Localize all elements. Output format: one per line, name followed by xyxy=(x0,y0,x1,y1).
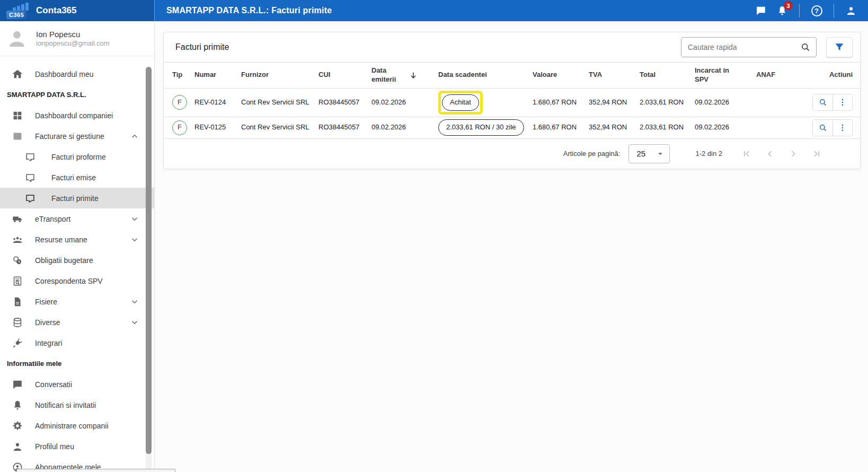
scrollbar-thumb[interactable] xyxy=(146,67,152,454)
col-header-total[interactable]: Total xyxy=(640,63,695,89)
cell-actiuni xyxy=(801,88,860,117)
row-actions xyxy=(812,119,853,136)
cell-data-emiterii: 09.02.2026 xyxy=(371,88,438,117)
col-header-incarcat-in-spv[interactable]: Incarcat in SPV xyxy=(695,63,756,89)
items-per-page-select[interactable]: 25 xyxy=(628,144,670,163)
cell-numar: REV-0124 xyxy=(194,88,241,117)
app-name: Conta365 xyxy=(36,5,77,16)
items-per-page-label: Articole pe pagină: xyxy=(563,150,621,158)
cell-total: 2.033,61 RON xyxy=(640,117,695,138)
col-header-furnizor[interactable]: Furnizor xyxy=(241,63,318,89)
sidebar-item-profilul-meu[interactable]: Profilul meu xyxy=(0,436,154,457)
sidebar-item-label: Facturi primite xyxy=(51,194,99,203)
database-icon xyxy=(12,317,23,328)
user-panel[interactable]: Ion Popescu ionpopescu@gmail.com xyxy=(0,21,154,56)
cell-valoare: 1.680,67 RON xyxy=(533,117,589,138)
page-title: Facturi primite xyxy=(175,42,229,52)
invoice-type-badge: F xyxy=(172,95,187,110)
col-header-tva[interactable]: TVA xyxy=(589,63,640,89)
file-icon xyxy=(12,296,23,308)
view-invoice-button[interactable] xyxy=(813,94,832,110)
notifications-bell-icon[interactable]: 3 xyxy=(772,0,793,21)
col-header-anaf[interactable]: ANAF xyxy=(756,63,801,89)
topbar-divider xyxy=(799,4,800,18)
items-per-page-value: 25 xyxy=(636,149,645,158)
cell-anaf xyxy=(756,117,801,138)
magnifier-icon xyxy=(818,123,828,133)
table-row[interactable]: F REV-0125 Cont Rev Servicii SRL RO38445… xyxy=(164,117,860,138)
sidebar-item-label: Diverse xyxy=(35,318,60,327)
cell-furnizor: Cont Rev Servicii SRL xyxy=(241,117,318,138)
cell-tva: 352,94 RON xyxy=(589,88,640,117)
sidebar-scrollbar[interactable] xyxy=(146,57,154,472)
sidebar-item-facturi-proforme[interactable]: Facturi proforme xyxy=(0,146,154,167)
next-page-button[interactable] xyxy=(788,148,799,159)
col-header-data-emiterii[interactable]: Data emiterii xyxy=(371,63,438,89)
sidebar-item-facturi-primite[interactable]: Facturi primite xyxy=(0,188,154,208)
sidebar-item-label: Integrari xyxy=(35,339,62,347)
cell-data-emiterii: 09.02.2026 xyxy=(371,117,438,138)
account-icon[interactable] xyxy=(840,0,862,21)
sort-descending-icon[interactable] xyxy=(409,71,418,80)
plug-icon xyxy=(12,337,23,349)
row-actions xyxy=(812,94,853,111)
sidebar-item-fisiere[interactable]: Fisiere xyxy=(0,291,154,312)
search-input[interactable] xyxy=(688,43,800,51)
col-header-tip[interactable]: Tip xyxy=(164,63,194,89)
col-header-numar[interactable]: Numar xyxy=(194,63,241,89)
sidebar-item-dashboardul-companiei[interactable]: Dashboardul companiei xyxy=(0,105,154,126)
sidebar-nav: Dashboardul meu SMARTAPP DATA S.R.L. Das… xyxy=(0,64,154,472)
row-menu-button[interactable] xyxy=(832,120,852,136)
coins-clock-icon xyxy=(12,255,23,266)
gear-icon xyxy=(12,420,23,432)
col-header-valoare[interactable]: Valoare xyxy=(533,63,589,89)
row-menu-button[interactable] xyxy=(832,94,852,110)
window-title: SMARTAPP DATA S.R.L.: Facturi primite xyxy=(166,6,332,15)
sidebar-item-label: Corespondenta SPV xyxy=(35,277,103,285)
last-page-button[interactable] xyxy=(811,148,822,159)
col-header-data-scadentei[interactable]: Data scadentei xyxy=(438,63,533,89)
previous-page-button[interactable] xyxy=(765,148,775,159)
sidebar-item-conversatii[interactable]: Conversatii xyxy=(0,374,154,395)
sidebar-item-administrare-companii[interactable]: Administrare companii xyxy=(0,415,154,436)
sidebar-item-label: Facturi proforme xyxy=(51,153,106,161)
cell-valoare: 1.680,67 RON xyxy=(533,88,589,117)
cell-data-scadentei: Achitat xyxy=(438,88,533,117)
home-icon xyxy=(12,68,23,80)
invoice-type-badge: F xyxy=(172,120,187,135)
sidebar-item-notificari-si-invitatii[interactable]: Notificari si invitatii xyxy=(0,395,154,415)
help-icon[interactable]: ? xyxy=(806,0,827,21)
sidebar-item-corespondenta-spv[interactable]: Corespondenta SPV xyxy=(0,270,154,291)
brand-area: C365 Conta365 xyxy=(0,0,155,21)
first-page-button[interactable] xyxy=(741,148,752,159)
sidebar-item-etransport[interactable]: eTransport xyxy=(0,208,154,229)
cell-cui: RO38445057 xyxy=(318,88,371,117)
sidebar-item-diverse[interactable]: Diverse xyxy=(0,312,154,333)
invoice-icon xyxy=(24,172,36,183)
sidebar-item-label: Resurse umane xyxy=(35,235,87,244)
sidebar-item-label: Conversatii xyxy=(35,380,72,389)
document-search-icon xyxy=(12,275,23,287)
sidebar-item-label: Notificari si invitatii xyxy=(35,401,96,409)
sidebar-item-facturi-emise[interactable]: Facturi emise xyxy=(0,167,154,188)
table-row[interactable]: F REV-0124 Cont Rev Servicii SRL RO38445… xyxy=(164,88,860,117)
sidebar-item-label: Facturare si gestiune xyxy=(35,132,104,141)
avatar xyxy=(6,28,28,49)
sidebar-item-facturare-si-gestiune[interactable]: Facturare si gestiune xyxy=(0,126,154,146)
sidebar-item-dashboardul-meu[interactable]: Dashboardul meu xyxy=(0,64,154,84)
search-icon[interactable] xyxy=(800,42,811,53)
cell-tip: F xyxy=(164,88,194,117)
view-invoice-button[interactable] xyxy=(813,120,832,136)
sidebar-item-integrari[interactable]: Integrari xyxy=(0,333,154,353)
chevron-down-icon xyxy=(130,235,139,244)
sidebar-section-informatiile-mele: Informatiile mele xyxy=(0,353,154,374)
cell-data-scadentei: 2.033,61 RON / 30 zile xyxy=(438,117,533,138)
sidebar-item-resurse-umane[interactable]: Resurse umane xyxy=(0,229,154,250)
col-header-cui[interactable]: CUI xyxy=(318,63,371,89)
sidebar-item-obligatii-bugetare[interactable]: Obligatii bugetare xyxy=(0,250,154,270)
filter-button[interactable] xyxy=(826,37,853,57)
chevron-right-icon xyxy=(788,148,799,159)
logo-text: C365 xyxy=(6,11,26,19)
chat-icon[interactable] xyxy=(750,0,772,21)
chevron-down-icon xyxy=(130,214,139,224)
